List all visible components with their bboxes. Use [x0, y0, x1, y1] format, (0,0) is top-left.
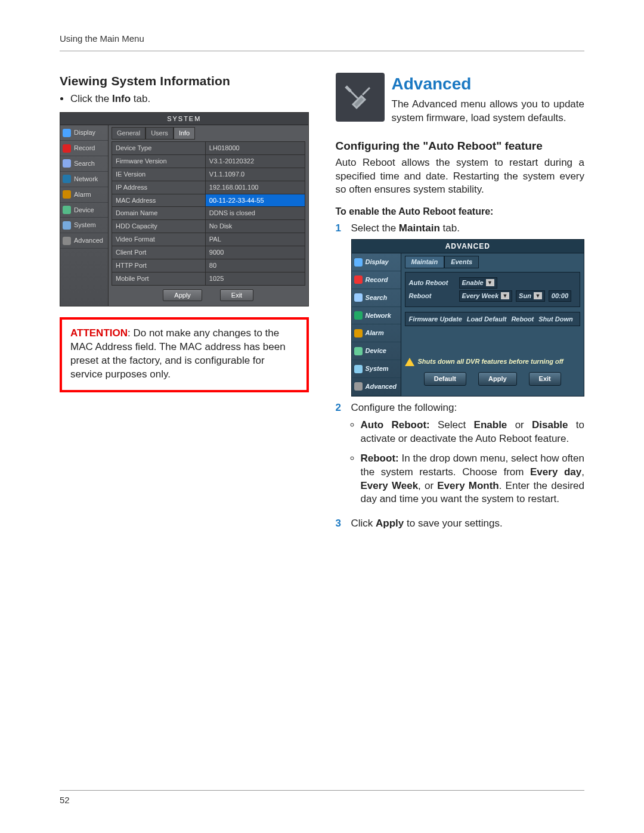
table-row: Device TypeLH018000	[112, 142, 305, 155]
shutdown-note: Shuts down all DVR features before turni…	[405, 357, 581, 366]
table-row: Mobile Port1025	[112, 272, 305, 285]
lbl: System	[74, 221, 96, 230]
t: tab.	[131, 93, 150, 104]
table-row: IE VersionV1.1.1097.0	[112, 168, 305, 181]
step-number: 2	[336, 401, 345, 513]
lbl: Search	[74, 159, 95, 168]
steps-heading: To enable the Auto Reboot feature:	[336, 205, 585, 218]
table-row: MAC Address00-11-22-33-44-55	[112, 194, 305, 207]
mac-address-value[interactable]: 00-11-22-33-44-55	[205, 194, 305, 207]
step-number: 1	[336, 222, 345, 397]
sidebar-item[interactable]: Alarm	[352, 324, 401, 342]
attention-box: ATTENTION: Do not make any changes to th…	[60, 317, 309, 392]
lbl: Network	[74, 175, 98, 184]
table-row: HTTP Port80	[112, 259, 305, 272]
exit-button[interactable]: Exit	[220, 289, 253, 302]
step1-text: Select the Maintain tab.	[351, 222, 585, 236]
t: Click the	[70, 93, 112, 104]
step2a: Auto Reboot: Select Enable or Disable to…	[361, 419, 585, 446]
lbl: Device	[74, 206, 94, 215]
warning-icon	[405, 358, 414, 366]
sidebar-item[interactable]: Advanced	[60, 233, 108, 249]
sidebar-item[interactable]: Display	[60, 125, 108, 141]
step2-text: Configure the following:	[351, 401, 585, 415]
tab-users[interactable]: Users	[145, 127, 174, 140]
sidebar-item[interactable]: Advanced	[352, 378, 401, 396]
tab-events[interactable]: Events	[444, 256, 479, 268]
auto-reboot-heading: Configuring the "Auto Reboot" feature	[336, 138, 585, 154]
running-head: Using the Main Menu	[60, 33, 584, 51]
sidebar-item[interactable]: Alarm	[60, 187, 108, 203]
lbl: Advanced	[74, 236, 103, 245]
reboot-time-input[interactable]: 00:00	[549, 290, 571, 302]
sidebar-item[interactable]: Search	[352, 289, 401, 307]
system-sidebar: Display Record Search Network Alarm Devi…	[60, 125, 109, 306]
lbl: Alarm	[74, 190, 91, 199]
reboot-freq-dropdown[interactable]: Every Week▼	[459, 290, 513, 302]
chevron-down-icon: ▼	[486, 279, 494, 286]
advanced-title: ADVANCED	[352, 240, 584, 253]
lbl: Display	[74, 128, 95, 137]
apply-button[interactable]: Apply	[478, 372, 517, 386]
advanced-screenshot: ADVANCED Display Record Search Network A…	[351, 239, 585, 397]
step2b: Reboot: In the drop down menu, select ho…	[361, 452, 585, 507]
info-bold: Info	[112, 93, 131, 104]
system-screenshot: SYSTEM Display Record Search Network Ala…	[60, 112, 309, 307]
sidebar-item[interactable]: System	[352, 360, 401, 378]
click-info-line: Click the Info tab.	[70, 92, 309, 106]
default-button[interactable]: Default	[424, 372, 466, 386]
advanced-icon	[336, 73, 385, 122]
table-row: Domain NameDDNS is closed	[112, 207, 305, 220]
sidebar-item[interactable]: Network	[352, 307, 401, 325]
tab-maintain[interactable]: Maintain	[405, 256, 445, 268]
exit-button[interactable]: Exit	[529, 372, 561, 386]
left-heading: Viewing System Information	[60, 73, 309, 89]
step-number: 3	[336, 517, 345, 531]
sidebar-item[interactable]: Search	[60, 156, 108, 172]
tab-general[interactable]: General	[112, 127, 145, 140]
page-footer: 52	[60, 790, 584, 806]
auto-reboot-label: Auto Reboot	[409, 278, 456, 287]
sidebar-item[interactable]: Record	[60, 141, 108, 156]
table-row: HDD CapacityNo Disk	[112, 220, 305, 233]
firmware-update-button[interactable]: Firmware Update	[409, 315, 462, 324]
sidebar-item[interactable]: Record	[352, 271, 401, 289]
load-default-button[interactable]: Load Default	[467, 315, 507, 324]
sidebar-item[interactable]: Network	[60, 172, 108, 187]
reboot-button[interactable]: Reboot	[511, 315, 534, 324]
sidebar-item[interactable]: Display	[352, 253, 401, 271]
shutdown-button[interactable]: Shut Down	[538, 315, 572, 324]
auto-reboot-text: Auto Reboot allows the system to restart…	[336, 156, 585, 197]
table-row: IP Address192.168.001.100	[112, 181, 305, 194]
reboot-label: Reboot	[409, 292, 456, 301]
table-row: Video FormatPAL	[112, 233, 305, 246]
sidebar-item[interactable]: Device	[352, 342, 401, 360]
attention-label: ATTENTION	[70, 327, 128, 339]
table-row: Firmware VersionV3.1-20120322	[112, 155, 305, 168]
sidebar-item[interactable]: Device	[60, 203, 108, 218]
chevron-down-icon: ▼	[534, 292, 542, 299]
apply-button[interactable]: Apply	[163, 289, 202, 302]
sidebar-item[interactable]: System	[60, 218, 108, 233]
lbl: Record	[74, 144, 95, 153]
page-number: 52	[60, 795, 70, 805]
chevron-down-icon: ▼	[501, 292, 509, 299]
reboot-day-dropdown[interactable]: Sun▼	[516, 290, 545, 302]
step3-text: Click Apply to save your settings.	[351, 517, 585, 531]
info-table: Device TypeLH018000 Firmware VersionV3.1…	[112, 141, 305, 285]
tab-info[interactable]: Info	[174, 127, 195, 140]
system-title: SYSTEM	[60, 113, 308, 126]
auto-reboot-dropdown[interactable]: Enable▼	[459, 277, 497, 289]
table-row: Client Port9000	[112, 246, 305, 259]
